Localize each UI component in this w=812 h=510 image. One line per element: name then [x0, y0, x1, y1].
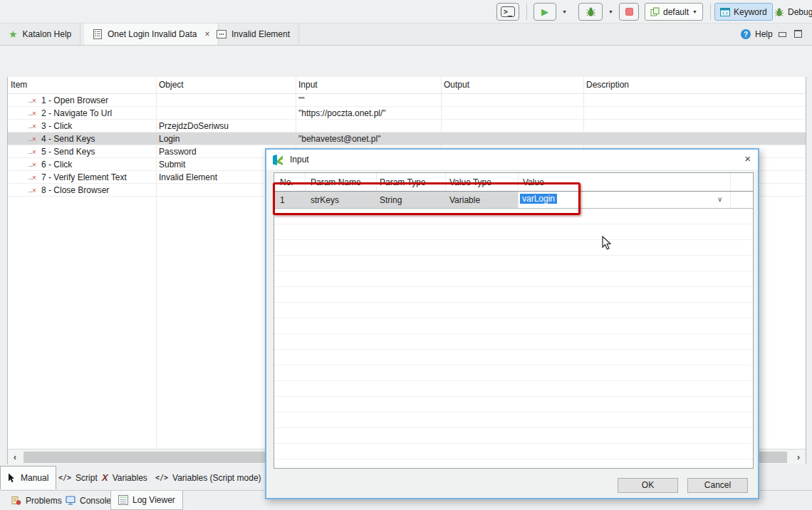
- bug-icon: [585, 7, 596, 16]
- keyword-icon: [720, 8, 730, 16]
- console-icon: >_: [501, 6, 515, 17]
- help-icon: ?: [741, 29, 751, 39]
- value-dropdown-chevron-icon[interactable]: ∨: [717, 195, 722, 203]
- top-toolbar: >_ ▶ ▼ ▼ default ▼: [0, 0, 812, 24]
- minimize-icon[interactable]: [779, 29, 786, 37]
- keyword-x-icon: ×: [32, 110, 36, 118]
- tab-log-viewer[interactable]: Log Viewer: [110, 491, 183, 510]
- table-row-selected[interactable]: →× 4 - Send Keys Login "behavetest@onet.…: [8, 132, 806, 145]
- run-dropdown-caret[interactable]: ▼: [562, 9, 567, 14]
- input-dialog: Input × No. Param Name Param Type Value …: [265, 148, 759, 499]
- toolbar-separator: [710, 4, 711, 20]
- table-row[interactable]: →× 2 - Navigate To Url "https://poczta.o…: [8, 107, 806, 120]
- tab-log-viewer-label: Log Viewer: [132, 495, 175, 505]
- keyword-x-icon: ×: [32, 123, 36, 130]
- debug-run-button[interactable]: [578, 3, 603, 21]
- empty-rows-grid: [274, 209, 753, 468]
- object-icon: [217, 30, 227, 38]
- code-icon: </>: [155, 474, 168, 482]
- red-annotation-rectangle: [273, 182, 581, 215]
- play-icon: ▶: [541, 7, 548, 16]
- console-monitor-icon: [66, 496, 76, 505]
- tab-onet-login-invalid-data[interactable]: Onet Login Invalid Data ×: [84, 24, 219, 45]
- star-icon: ★: [9, 29, 18, 39]
- keyword-x-icon: ×: [32, 161, 36, 169]
- tab-manual[interactable]: Manual: [0, 466, 56, 489]
- table-row[interactable]: →× 1 - Open Browser "": [8, 94, 806, 107]
- keyword-toggle-button[interactable]: Keyword: [714, 3, 773, 21]
- tab-console-label: Console: [80, 496, 111, 506]
- table-header: Item Object Input Output Description: [8, 77, 806, 94]
- editor-tab-bar: ★ Katalon Help Onet Login Invalid Data ×…: [0, 24, 812, 46]
- dialog-title: Input: [290, 155, 309, 165]
- keyword-x-icon: ×: [32, 135, 36, 143]
- ok-button[interactable]: OK: [618, 478, 678, 493]
- column-header-output[interactable]: Output: [444, 80, 469, 90]
- tab-label: Invalid Element: [231, 29, 290, 39]
- keyword-x-icon: ×: [32, 97, 36, 105]
- tab-variables[interactable]: X Variables: [95, 466, 155, 489]
- stop-button[interactable]: [619, 3, 639, 21]
- debug-perspective-button[interactable]: Debug: [774, 3, 812, 21]
- dialog-title-bar[interactable]: Input: [266, 150, 758, 170]
- maximize-icon[interactable]: [794, 30, 802, 38]
- katalon-logo-icon: [272, 154, 284, 166]
- tab-variables-script-mode-label: Variables (Script mode): [172, 473, 261, 483]
- parameters-table: No. Param Name Param Type Value Type Val…: [274, 172, 754, 469]
- tab-variables-label: Variables: [113, 473, 147, 483]
- tab-invalid-element[interactable]: Invalid Element: [208, 24, 299, 45]
- dialog-close-icon[interactable]: ×: [744, 152, 751, 165]
- keyword-x-icon: ×: [32, 148, 36, 156]
- profile-caret-icon: ▼: [692, 9, 697, 14]
- tab-problems-label: Problems: [26, 496, 62, 506]
- scroll-left-icon[interactable]: ‹: [8, 450, 22, 464]
- tab-label: Onet Login Invalid Data: [108, 29, 197, 39]
- problems-icon: [11, 496, 21, 506]
- tab-label: Katalon Help: [23, 29, 72, 39]
- keyword-x-icon: ×: [32, 187, 36, 194]
- column-header-description[interactable]: Description: [586, 80, 629, 90]
- profile-value: default: [663, 7, 689, 17]
- toolbar-separator: [526, 4, 527, 20]
- open-console-button[interactable]: >_: [496, 3, 519, 21]
- column-header-item[interactable]: Item: [11, 80, 27, 90]
- profile-icon: [650, 7, 660, 16]
- log-viewer-icon: [118, 495, 128, 505]
- variable-x-icon: X: [102, 472, 108, 483]
- tab-console[interactable]: Console: [58, 491, 118, 510]
- mouse-cursor: [602, 236, 613, 251]
- keyword-x-icon: ×: [32, 174, 36, 182]
- debug-dropdown-caret[interactable]: ▼: [608, 9, 613, 14]
- column-header-object[interactable]: Object: [159, 80, 184, 90]
- profile-dropdown[interactable]: default ▼: [645, 3, 703, 21]
- cursor-icon: [8, 473, 16, 483]
- action-toolbar: + Add ▼ Recent keywords ▼ Delete ↑ Move …: [0, 46, 812, 77]
- table-row[interactable]: →× 3 - Click PrzejdzDoSeriwsu: [8, 120, 806, 132]
- column-header-input[interactable]: Input: [298, 80, 318, 90]
- tab-katalon-help[interactable]: ★ Katalon Help: [0, 24, 80, 45]
- scroll-right-icon[interactable]: ›: [791, 450, 806, 464]
- help-label: Help: [755, 29, 773, 39]
- bug-icon: [774, 8, 784, 16]
- run-button[interactable]: ▶: [533, 3, 556, 21]
- cancel-button[interactable]: Cancel: [687, 478, 748, 493]
- debug-perspective-label: Debug: [788, 7, 812, 17]
- stop-icon: [625, 8, 633, 16]
- help-button[interactable]: ? Help: [741, 29, 773, 39]
- tab-variables-script-mode[interactable]: </> Variables (Script mode): [148, 466, 269, 489]
- tab-manual-label: Manual: [21, 473, 48, 483]
- keyword-toggle-label: Keyword: [734, 7, 767, 17]
- test-case-icon: [93, 29, 103, 39]
- code-icon: </>: [58, 474, 71, 482]
